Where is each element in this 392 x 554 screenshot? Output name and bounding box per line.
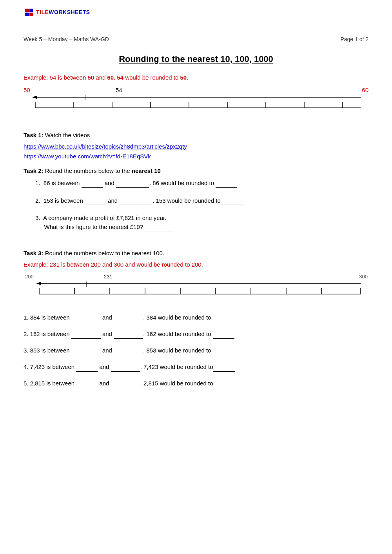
page: TILEWORKSHEETS Week 5 – Monday – Maths W… bbox=[0, 0, 392, 554]
task3-questions: 1. 384 is between and . 384 would be rou… bbox=[24, 313, 368, 388]
blank-t3q4-1[interactable] bbox=[76, 365, 98, 372]
example1-text: Example: 54 is between 50 and 60. 54 wou… bbox=[24, 74, 368, 81]
table-row: 2. 153 is between and . 153 would be rou… bbox=[35, 196, 368, 205]
blank-t3q4-3[interactable] bbox=[213, 365, 235, 372]
blank-q1-1[interactable] bbox=[82, 181, 103, 188]
task1-section: Task 1: Watch the videos https://www.bbc… bbox=[24, 132, 368, 160]
nl1-svg bbox=[24, 94, 368, 110]
blank-t3q1-2[interactable] bbox=[114, 315, 143, 322]
nl2-left-label: 200 bbox=[25, 274, 34, 280]
nl2-svg bbox=[24, 280, 368, 297]
meta-row: Week 5 – Monday – Maths WA-GD Page 1 of … bbox=[24, 24, 368, 42]
blank-t3q4-2[interactable] bbox=[111, 365, 140, 372]
svg-marker-1 bbox=[32, 96, 37, 99]
nl2-right-label: 300 bbox=[359, 274, 368, 280]
page-number: Page 1 of 2 bbox=[340, 36, 368, 42]
blank-q1-3[interactable] bbox=[216, 181, 237, 188]
task2-label: Task 2: Round the numbers below to the n… bbox=[24, 167, 368, 174]
list-item: 5. 2,815 is between and . 2,815 would be… bbox=[24, 379, 368, 388]
blank-t3q1-1[interactable] bbox=[71, 315, 101, 322]
blank-t3q3-2[interactable] bbox=[114, 348, 143, 355]
blank-t3q5-2[interactable] bbox=[111, 381, 140, 388]
blank-q2-2[interactable] bbox=[119, 198, 152, 205]
nl1-right-label: 60 bbox=[362, 87, 368, 93]
task3-label: Task 3: Round the numbers below to the n… bbox=[24, 250, 368, 256]
logo-text: TILEWORKSHEETS bbox=[36, 9, 90, 15]
blank-t3q5-3[interactable] bbox=[215, 381, 236, 388]
nl2-labels: 200 231 300 bbox=[24, 274, 368, 280]
blank-t3q5-1[interactable] bbox=[76, 381, 98, 388]
blank-q3[interactable] bbox=[145, 224, 174, 231]
logo: TILEWORKSHEETS bbox=[24, 8, 90, 16]
task1-link2[interactable]: https://www.youtube.com/watch?v=fd-E18Eq… bbox=[24, 153, 368, 160]
task2-section: Task 2: Round the numbers below to the n… bbox=[24, 167, 368, 231]
list-item: 1. 384 is between and . 384 would be rou… bbox=[24, 313, 368, 322]
task3-example: Example: 231 is between 200 and 300 and … bbox=[24, 261, 368, 268]
blank-q1-2[interactable] bbox=[116, 181, 149, 188]
nl1-labels: 50 54 60 bbox=[24, 87, 368, 93]
list-item: 2. 162 is between and . 162 would be rou… bbox=[24, 329, 368, 339]
nl1-left-label: 50 bbox=[24, 87, 30, 93]
main-title: Rounding to the nearest 10, 100, 1000 bbox=[24, 54, 368, 64]
svg-marker-14 bbox=[36, 282, 41, 285]
blank-t3q1-3[interactable] bbox=[213, 315, 234, 322]
table-row: 1. 86 is between and . 86 would be round… bbox=[35, 179, 368, 188]
blank-t3q2-2[interactable] bbox=[114, 332, 143, 339]
list-item: 3. 853 is between and . 853 would be rou… bbox=[24, 346, 368, 355]
list-item: 4. 7,423 is between and . 7,423 would be… bbox=[24, 362, 368, 372]
blank-t3q3-3[interactable] bbox=[213, 348, 234, 355]
task1-label: Task 1: Watch the videos bbox=[24, 132, 368, 138]
blank-t3q2-3[interactable] bbox=[213, 332, 234, 339]
logo-icon bbox=[24, 8, 34, 16]
task1-link1[interactable]: https://www.bbc.co.uk/bitesize/topics/zh… bbox=[24, 143, 368, 150]
blank-q2-1[interactable] bbox=[85, 198, 106, 205]
blank-q2-3[interactable] bbox=[222, 198, 244, 205]
task2-questions: 1. 86 is between and . 86 would be round… bbox=[24, 179, 368, 231]
nl1-mid-label: 54 bbox=[116, 87, 122, 93]
number-line-2: 200 231 300 bbox=[24, 274, 368, 301]
blank-t3q2-1[interactable] bbox=[71, 332, 101, 339]
blank-t3q3-1[interactable] bbox=[71, 348, 101, 355]
nl2-mid-label: 231 bbox=[104, 274, 113, 280]
table-row: 3. A company made a profit of £7,821 in … bbox=[35, 214, 368, 231]
task3-section: Task 3: Round the numbers below to the n… bbox=[24, 250, 368, 388]
number-line-1: 50 54 60 bbox=[24, 87, 368, 110]
header-bar: TILEWORKSHEETS bbox=[24, 8, 368, 16]
meta-info: Week 5 – Monday – Maths WA-GD bbox=[24, 36, 109, 42]
